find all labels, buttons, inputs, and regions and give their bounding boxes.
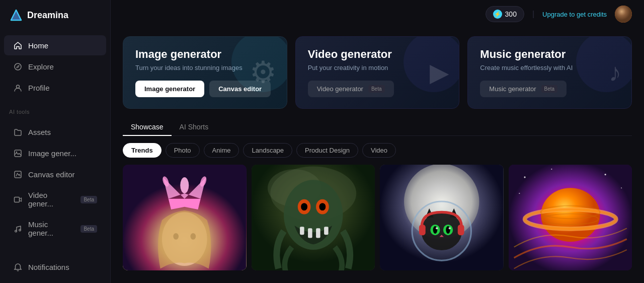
nav-image-gen-label: Image gener... <box>28 149 76 158</box>
svg-point-14 <box>180 177 189 193</box>
nav-image-gen[interactable]: Image gener... <box>4 143 106 163</box>
main-content: ⚡ 300 | Upgrade to get credits <box>111 0 644 283</box>
nav-video-gen[interactable]: Video gener... Beta <box>4 185 106 214</box>
svg-point-9 <box>19 229 21 231</box>
main-nav: Home Explore Profile <box>0 30 110 103</box>
nav-home-label: Home <box>28 41 48 50</box>
svg-point-49 <box>541 188 600 242</box>
showcase-image-4[interactable] <box>509 165 632 270</box>
nav-canvas[interactable]: Canvas editor <box>4 164 106 184</box>
canvas-icon <box>13 170 22 179</box>
nav-canvas-label: Canvas editor <box>28 170 75 179</box>
music-icon <box>13 224 22 233</box>
image-generator-card[interactable]: Image generator Turn your ideas into stu… <box>123 36 287 109</box>
video-generator-card[interactable]: Video generator Put your creativity in m… <box>295 36 460 109</box>
filter-video[interactable]: Video <box>362 143 396 158</box>
nav-notifications-label: Notifications <box>28 263 69 271</box>
nav-explore[interactable]: Explore <box>4 56 106 77</box>
music-generator-card[interactable]: Music generator Create music effortlessl… <box>467 36 632 109</box>
app-name: Dreamina <box>27 10 68 21</box>
user-avatar[interactable] <box>615 6 632 23</box>
music-gen-btn-label: Music generator <box>489 85 536 93</box>
filter-landscape[interactable]: Landscape <box>243 143 292 158</box>
nav-notifications[interactable]: Notifications <box>4 257 106 277</box>
nav-assets-label: Assets <box>28 128 51 136</box>
svg-point-44 <box>449 227 451 229</box>
nav-assets[interactable]: Assets <box>4 122 106 142</box>
video-gen-btn-label: Video generator <box>317 85 363 93</box>
svg-rect-29 <box>308 228 312 238</box>
nav-profile-label: Profile <box>28 84 50 92</box>
svg-point-2 <box>15 63 21 70</box>
music-gen-beta: Beta <box>541 85 558 93</box>
showcase-grid <box>123 165 632 283</box>
showcase-image-1[interactable] <box>123 165 247 270</box>
svg-rect-28 <box>300 227 304 235</box>
upgrade-link[interactable]: Upgrade to get credits <box>542 11 607 18</box>
svg-point-10 <box>615 6 632 23</box>
tab-ai-shorts[interactable]: AI Shorts <box>172 119 217 136</box>
video-gen-btn[interactable]: Video generator Beta <box>308 81 394 97</box>
svg-point-8 <box>15 230 17 232</box>
svg-point-26 <box>301 203 307 210</box>
svg-point-57 <box>621 187 622 188</box>
home-icon <box>13 41 22 50</box>
nav-profile[interactable]: Profile <box>4 78 106 98</box>
bottom-nav: Notifications <box>0 252 110 283</box>
tab-showcase[interactable]: Showcase <box>123 119 172 136</box>
top-header: ⚡ 300 | Upgrade to get credits <box>111 0 644 28</box>
music-gen-btn[interactable]: Music generator Beta <box>480 81 567 97</box>
generator-cards: Image generator Turn your ideas into stu… <box>123 36 632 109</box>
credits-button[interactable]: ⚡ 300 <box>486 6 524 22</box>
credits-icon: ⚡ <box>493 10 502 19</box>
filter-photo[interactable]: Photo <box>166 143 200 158</box>
image-icon <box>13 149 22 158</box>
svg-rect-46 <box>419 225 426 235</box>
nav-explore-label: Explore <box>28 62 54 71</box>
credits-count: 300 <box>505 10 517 18</box>
showcase-tabs: Showcase AI Shorts <box>123 119 632 136</box>
compass-icon <box>13 62 22 71</box>
nav-home[interactable]: Home <box>4 35 106 55</box>
page-content: Image generator Turn your ideas into stu… <box>111 28 644 283</box>
video-icon <box>13 195 22 204</box>
nav-music-gen-label: Music gener... <box>28 220 72 237</box>
svg-rect-47 <box>458 225 464 235</box>
tools-nav: Assets Image gener... Canvas editor <box>0 117 110 248</box>
svg-point-3 <box>16 85 19 88</box>
svg-rect-31 <box>324 227 329 235</box>
video-gen-beta: Beta <box>368 85 385 93</box>
svg-point-43 <box>436 227 438 229</box>
image-gen-btn[interactable]: Image generator <box>135 81 204 97</box>
svg-point-55 <box>551 169 552 170</box>
sidebar: Dreamina Home Explore <box>0 0 111 283</box>
music-beta-badge: Beta <box>80 225 97 233</box>
nav-music-gen[interactable]: Music gener... Beta <box>4 215 106 243</box>
folder-icon <box>13 127 22 136</box>
showcase-image-3[interactable] <box>380 165 504 270</box>
svg-rect-7 <box>14 197 19 202</box>
svg-point-5 <box>16 151 17 152</box>
ai-tools-label: AI tools <box>0 103 110 117</box>
svg-point-56 <box>604 174 606 175</box>
showcase-image-2[interactable] <box>252 165 375 270</box>
svg-marker-1 <box>11 10 21 20</box>
bell-icon <box>13 262 22 271</box>
video-beta-badge: Beta <box>80 196 97 203</box>
nav-video-gen-label: Video gener... <box>28 191 72 208</box>
svg-point-54 <box>524 176 525 178</box>
filter-product-design[interactable]: Product Design <box>296 143 358 158</box>
filter-anime[interactable]: Anime <box>204 143 239 158</box>
filter-pills: Trends Photo Anime Landscape Product Des… <box>123 143 632 158</box>
svg-rect-30 <box>316 228 320 238</box>
user-icon <box>13 83 22 92</box>
logo-icon <box>9 8 23 22</box>
svg-point-58 <box>519 193 520 194</box>
filter-trends[interactable]: Trends <box>123 143 162 158</box>
svg-point-27 <box>319 203 326 210</box>
logo[interactable]: Dreamina <box>0 0 110 30</box>
